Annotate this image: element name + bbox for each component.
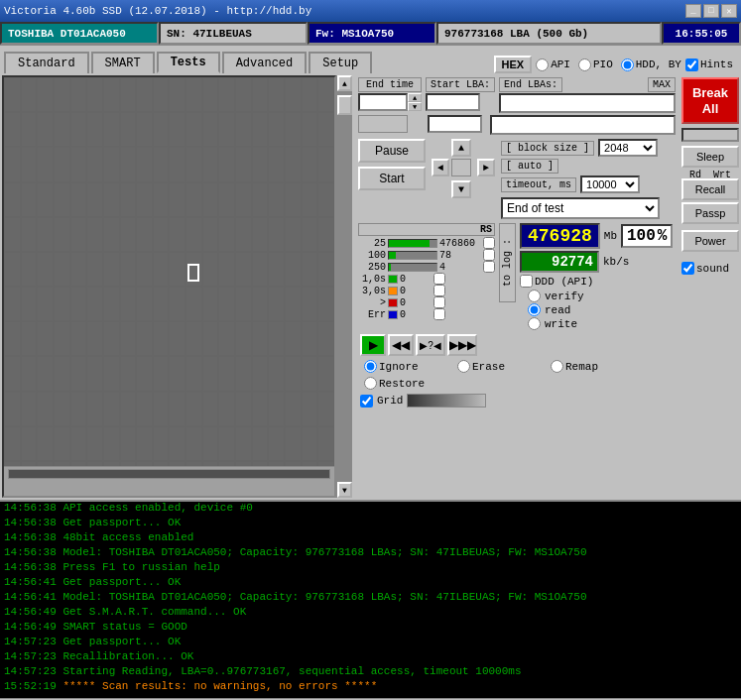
break-display — [681, 128, 739, 142]
end-time-input[interactable]: 1:01 — [358, 93, 408, 111]
title-controls: _ □ ✕ — [685, 4, 737, 18]
tab-advanced[interactable]: Advanced — [222, 52, 308, 73]
rs-label-3s: 3,0s — [358, 286, 386, 296]
nav-down[interactable]: ▼ — [451, 180, 471, 198]
hdd-name: TOSHIBA DT01ACA050 — [0, 22, 159, 45]
scroll-thumb[interactable] — [337, 95, 352, 115]
lba-info: 976773168 LBA (500 Gb) — [436, 22, 662, 45]
rs-row-250: 250 4 — [358, 261, 495, 273]
grid-checkbox[interactable] — [360, 395, 373, 408]
rs-check-gt[interactable] — [433, 296, 445, 308]
lba-zero-input[interactable]: 0 — [428, 115, 482, 133]
hint-area: HEX API PIO HDD, BY Hints — [494, 56, 741, 73]
api-radio[interactable]: API — [536, 58, 570, 71]
log-entry: 14:56:38 API access enabled, device #0 — [4, 501, 737, 516]
sound-row: sound — [681, 262, 739, 275]
rewind-button[interactable]: ◀◀ — [388, 334, 414, 356]
end-lba2-input[interactable]: 976773167 — [490, 115, 676, 135]
speed-unit: kb/s — [603, 256, 629, 268]
ddd-api-checkbox[interactable] — [520, 275, 533, 288]
end-lba-header: End LBAs: MAX — [499, 77, 676, 92]
restore-opt[interactable]: Restore — [364, 377, 453, 390]
scroll-track — [337, 91, 352, 482]
timeout-select[interactable]: 10000 — [580, 175, 640, 193]
passp-button[interactable]: Passp — [681, 202, 739, 224]
rs-value-25: 476860 — [439, 238, 481, 249]
end-of-test-select[interactable]: End of test — [501, 197, 660, 219]
nav-right[interactable]: ► — [477, 159, 495, 176]
tab-standard[interactable]: Standard — [4, 52, 89, 73]
vertical-scrollbar[interactable]: ▲ ▼ — [336, 75, 352, 498]
auto-row: [ auto ] — [501, 159, 676, 174]
read-opt[interactable]: read — [528, 303, 676, 316]
rs-check-250[interactable] — [483, 261, 495, 273]
play-button[interactable]: ▶ — [360, 334, 386, 356]
system-time: 16:55:05 — [662, 22, 741, 45]
nav-left[interactable]: ◄ — [432, 159, 449, 176]
scroll-down-btn[interactable]: ▼ — [337, 482, 352, 498]
rs-row-gt: > 0 — [358, 296, 495, 308]
hints-checkbox[interactable] — [685, 58, 698, 71]
pause-button[interactable]: Pause — [358, 139, 426, 163]
firmware: Fw: MS1OA750 — [308, 22, 436, 45]
tab-smart[interactable]: SMART — [91, 52, 155, 73]
break-all-button[interactable]: BreakAll — [681, 77, 739, 124]
chart-grid: // Generate grid cells for(let i=0;i<240… — [4, 77, 334, 496]
erase-label: Erase — [472, 361, 505, 373]
hex-button[interactable]: HEX — [494, 56, 533, 73]
block-size-select[interactable]: 2048 — [598, 139, 658, 157]
sound-checkbox[interactable] — [681, 262, 694, 275]
block-size-row: [ block size ] 2048 — [501, 139, 676, 157]
scroll-up-btn[interactable]: ▲ — [337, 75, 352, 91]
title-text: Victoria 4.60b SSD (12.07.2018) - http:/… — [4, 5, 311, 17]
minimize-btn[interactable]: _ — [685, 4, 701, 18]
nav-cross: ▲ ◄ ► ▼ — [432, 139, 495, 198]
write-opt[interactable]: write — [528, 317, 676, 330]
log-entry: 14:57:23 Get passport... OK — [4, 635, 737, 649]
timeout-label: timeout, ms — [501, 177, 576, 192]
nav-up[interactable]: ▲ — [451, 139, 471, 157]
recall-button[interactable]: Recall — [681, 178, 739, 200]
rs-check-1s[interactable] — [433, 273, 445, 285]
remap-opt[interactable]: Remap — [551, 360, 640, 373]
tab-setup[interactable]: Setup — [309, 52, 372, 73]
log-entry: 14:56:38 48bit access enabled — [4, 530, 737, 545]
tab-tests[interactable]: Tests — [157, 52, 220, 73]
end-time-label: End time — [358, 77, 422, 92]
rs-value-100: 78 — [439, 250, 481, 261]
forward-button[interactable]: ▶▶▶ — [447, 334, 477, 356]
end-lba-input[interactable]: 976773167 — [499, 93, 676, 113]
start-lba-input[interactable]: 0 — [426, 93, 480, 111]
rs-value-250: 4 — [439, 262, 481, 273]
start-button[interactable]: Start — [358, 167, 426, 190]
rs-check-err[interactable] — [433, 308, 445, 320]
chart-and-scroll: // Generate grid cells for(let i=0;i<240… — [2, 75, 352, 498]
rs-label-err: Err — [358, 309, 386, 320]
pio-radio[interactable]: PIO — [578, 58, 613, 71]
rs-color-err — [388, 310, 398, 319]
speed-value: 92774 — [520, 251, 599, 273]
power-button[interactable]: Power — [681, 230, 739, 252]
rs-check-100[interactable] — [483, 249, 495, 261]
end-time-down[interactable]: ▼ — [408, 102, 422, 111]
action-panel: BreakAll Sleep RdWrt Recall Passp Power … — [679, 73, 741, 500]
write-label: write — [545, 318, 577, 330]
rs-check-25[interactable] — [483, 237, 495, 249]
log-area[interactable]: 14:56:38 API access enabled, device #014… — [0, 500, 741, 698]
sleep-button[interactable]: Sleep — [681, 146, 739, 168]
close-btn[interactable]: ✕ — [721, 4, 737, 18]
read-label: read — [545, 304, 570, 316]
rs-row-1s: 1,0s 0 — [358, 273, 495, 285]
verify-opt[interactable]: verify — [528, 290, 676, 302]
step-button[interactable]: ▶?◀ — [416, 334, 445, 356]
rs-check-3s[interactable] — [433, 285, 445, 296]
max-label[interactable]: MAX — [648, 77, 676, 92]
end-time-up[interactable]: ▲ — [408, 93, 422, 102]
rs-value-1s: 0 — [400, 274, 432, 285]
erase-opt[interactable]: Erase — [457, 360, 547, 373]
hdd-radio[interactable]: HDD, BY — [621, 58, 681, 71]
maximize-btn[interactable]: □ — [703, 4, 719, 18]
ignore-opt[interactable]: Ignore — [364, 360, 453, 373]
rs-label-25: 25 — [358, 238, 386, 249]
block-timeout-group: [ block size ] 2048 [ auto ] timeout, ms… — [501, 139, 676, 219]
